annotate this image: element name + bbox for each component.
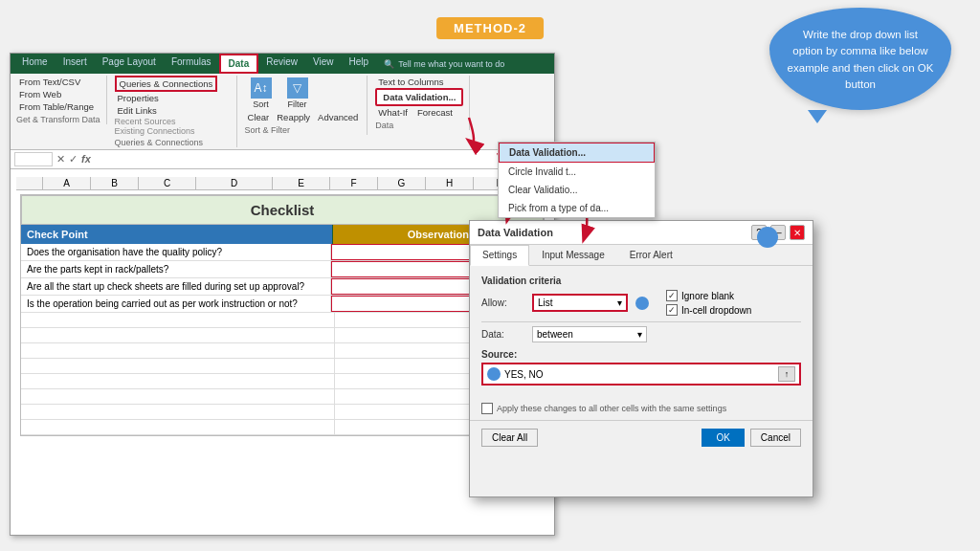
dv-in-cell-dropdown-row: In-cell dropdown [666, 304, 751, 316]
context-menu-pick-type[interactable]: Pick from a type of da... [499, 199, 655, 217]
context-menu: Data Validation... Circle Invalid t... C… [498, 142, 656, 218]
checklist-row-empty-1 [21, 313, 544, 328]
dv-cancel-button[interactable]: Cancel [750, 429, 801, 447]
tab-review[interactable]: Review [258, 54, 305, 74]
dv-ignore-blank-checkbox[interactable] [666, 290, 678, 301]
checklist-row-3: Are all the start up check sheets are fi… [21, 278, 544, 296]
tab-formulas[interactable]: Formulas [164, 54, 219, 74]
dv-ok-button[interactable]: OK [702, 429, 744, 447]
dv-source-input[interactable] [504, 369, 778, 380]
formula-bar: ✕ ✓ fx [11, 150, 554, 169]
method-label: METHOD-2 [436, 17, 544, 39]
dv-tabs: Settings Input Message Error Alert [470, 245, 813, 266]
context-menu-data-validation[interactable]: Data Validation... [499, 143, 655, 163]
btn-from-table-range[interactable]: From Table/Range [16, 100, 97, 113]
dv-tab-input-message[interactable]: Input Message [529, 245, 617, 265]
checklist-row-empty-7 [21, 405, 544, 420]
col-a: A [43, 177, 91, 189]
context-menu-clear-validation[interactable]: Clear Validatio... [499, 181, 655, 199]
checklist-cell-q3: Are all the start up check sheets are fi… [21, 278, 331, 295]
dv-source-label-row: Source: [481, 348, 801, 360]
checklist-cell-q4: Is the operation being carried out as pe… [21, 296, 331, 312]
dv-clearall-button[interactable]: Clear All [481, 429, 538, 447]
dv-separator [481, 321, 801, 322]
col-c: C [139, 177, 196, 189]
btn-data-validation[interactable]: Data Validation... [375, 88, 463, 106]
dv-data-label: Data: [481, 329, 524, 340]
tab-home[interactable]: Home [14, 54, 56, 74]
tab-data[interactable]: Data [219, 54, 259, 74]
checklist-row-empty-4 [21, 359, 544, 374]
dv-ignore-blank-row: Ignore blank [666, 290, 751, 301]
formula-fx-icon[interactable]: fx [81, 153, 91, 165]
btn-sort[interactable]: A↕ Sort [245, 76, 278, 111]
cloud-text: Write the drop down list option by comma… [788, 29, 934, 90]
ribbon-tabs: Home Insert Page Layout Formulas Data Re… [11, 54, 554, 74]
dv-allow-select[interactable]: List ▾ [532, 294, 628, 312]
checklist-row-4: Is the operation being carried out as pe… [21, 296, 544, 313]
dv-tab-settings[interactable]: Settings [470, 245, 529, 266]
context-menu-circle-invalid[interactable]: Circle Invalid t... [499, 163, 655, 181]
dv-allow-row: Allow: List ▾ Ignore blank In-cell dropd… [481, 290, 801, 316]
tab-insert[interactable]: Insert [56, 54, 95, 74]
dv-data-dropdown-icon: ▾ [637, 329, 642, 340]
dv-apply-text: Apply these changes to all other cells w… [497, 404, 726, 413]
dv-allow-label: Allow: [481, 298, 524, 308]
formula-input[interactable] [95, 154, 550, 165]
dv-big-blue-dot [757, 227, 778, 248]
btn-clear[interactable]: Clear [245, 111, 273, 123]
btn-from-web[interactable]: From Web [16, 88, 64, 100]
dv-source-btn[interactable]: ↑ [778, 366, 795, 382]
btn-from-text-csv[interactable]: From Text/CSV [16, 76, 83, 88]
btn-edit-links[interactable]: Edit Links [115, 104, 160, 117]
group-label-sort-filter: Sort & Filter [245, 125, 291, 135]
btn-advanced[interactable]: Advanced [315, 111, 361, 123]
col-h: H [426, 177, 474, 189]
dv-close-btn[interactable]: ✕ [790, 225, 805, 240]
dv-in-cell-label: In-cell dropdown [681, 305, 751, 316]
btn-queries-connections[interactable]: Queries & Connections [115, 76, 218, 92]
checklist-row-empty-6 [21, 389, 544, 405]
tab-pagelayout[interactable]: Page Layout [95, 54, 164, 74]
dv-source-box: ↑ [481, 363, 801, 386]
dv-tab-error-alert[interactable]: Error Alert [617, 245, 685, 265]
cloud-callout: Write the drop down list option by comma… [769, 8, 951, 110]
group-label-queries: Queries & Connections [115, 138, 204, 147]
ribbon-group-sort-filter: A↕ Sort ▽ Filter Clear Reapply Advanced … [243, 76, 368, 135]
btn-existing-connections[interactable]: Existing Connections [115, 126, 195, 136]
checklist-col-checkpoint: Check Point [21, 225, 333, 244]
dv-apply-checkbox[interactable] [481, 403, 493, 414]
btn-whatif[interactable]: What-If [375, 106, 411, 119]
search-placeholder[interactable]: Tell me what you want to do [398, 59, 504, 69]
dv-data-row: Data: between ▾ [481, 326, 801, 342]
dv-source-blue-dot [487, 367, 501, 381]
formula-x-icon[interactable]: ✕ [56, 153, 65, 165]
col-f: F [330, 177, 378, 189]
checklist-row-empty-5 [21, 374, 544, 389]
dv-validation-criteria-label: Validation criteria [481, 276, 801, 286]
dv-footer: Clear All OK Cancel [470, 425, 813, 451]
dv-action-buttons: OK Cancel [702, 429, 801, 447]
btn-reapply[interactable]: Reapply [274, 111, 313, 123]
checklist-row-empty-2 [21, 328, 544, 343]
cell-reference[interactable] [14, 152, 53, 166]
ribbon-group-queries: Queries & Connections Properties Edit Li… [113, 76, 237, 147]
tab-view[interactable]: View [305, 54, 342, 74]
btn-recent-sources[interactable]: Recent Sources [115, 117, 176, 126]
dv-data-select[interactable]: between ▾ [532, 326, 647, 342]
btn-properties[interactable]: Properties [115, 92, 162, 104]
dv-title: Data Validation [478, 227, 553, 238]
col-headers: A B C D E F G H I [16, 177, 548, 190]
dv-in-cell-checkbox[interactable] [666, 304, 678, 316]
group-label-get-transform: Get & Transform Data [16, 115, 100, 124]
checklist-table: Checklist Check Point Observation Does t… [20, 194, 545, 436]
formula-check-icon[interactable]: ✓ [69, 153, 78, 165]
btn-filter[interactable]: ▽ Filter [281, 76, 314, 111]
checklist-row-2: Are the parts kept in rack/pallets? [21, 261, 544, 278]
btn-forecast[interactable]: Forecast [414, 106, 456, 119]
btn-text-columns[interactable]: Text to Columns [375, 76, 446, 88]
ribbon-group-data-tools: Text to Columns Data Validation... What-… [373, 76, 470, 130]
formula-icons: ✕ ✓ fx [56, 153, 91, 165]
tab-help[interactable]: Help [342, 54, 377, 74]
dv-footer-separator [470, 420, 813, 421]
